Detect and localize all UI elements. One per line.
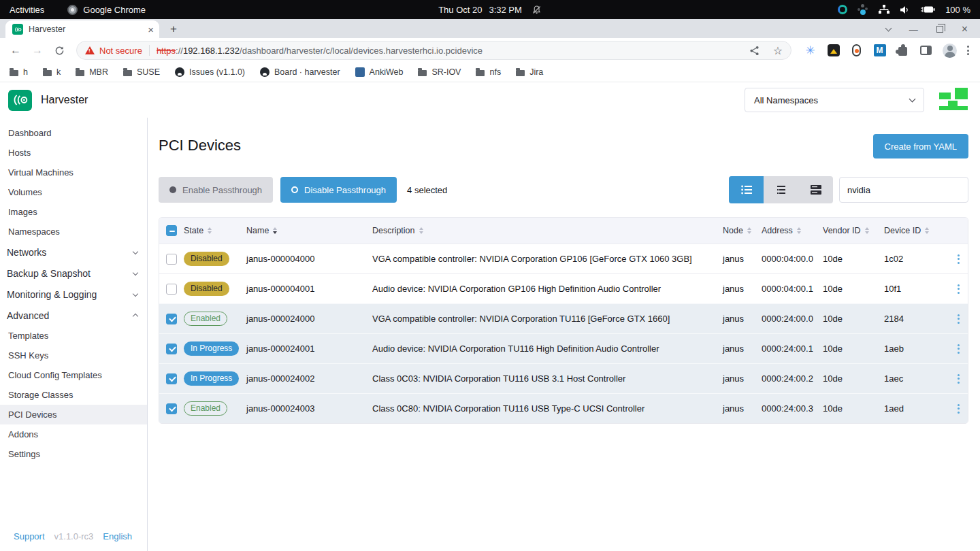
share-icon[interactable] (749, 46, 760, 56)
sidebar-item[interactable]: Backup & Snapshot (0, 263, 147, 284)
disable-passthrough-button[interactable]: Disable Passthrough (280, 177, 397, 203)
extension-m-icon[interactable]: M (873, 44, 886, 57)
rancher-logo[interactable] (939, 88, 968, 113)
sidebar-item-label: Images (8, 207, 37, 217)
bookmark-item[interactable]: SR-IOV (418, 67, 461, 77)
sidebar-item[interactable]: Virtual Machines (0, 163, 147, 182)
sidebar-item[interactable]: Hosts (0, 143, 147, 163)
sidebar-item[interactable]: Storage Classes (0, 385, 147, 405)
view-toggle-list[interactable] (729, 176, 764, 203)
bookmark-star-icon[interactable]: ☆ (773, 44, 783, 57)
table-row[interactable]: Disabled janus-000004001 Audio device: N… (159, 273, 968, 303)
table-row[interactable]: In Progress janus-000024001 Audio device… (159, 333, 968, 363)
column-header-address[interactable]: Address (762, 226, 823, 235)
address-bar[interactable]: Not secure https://192.168.1.232/dashboa… (76, 41, 791, 60)
sidebar-item-label: Monitoring & Logging (7, 289, 97, 300)
sidebar-item[interactable]: Networks (0, 241, 147, 263)
sidebar-item[interactable]: SSH Keys (0, 346, 147, 365)
column-header-description[interactable]: Description (372, 226, 723, 235)
language-link[interactable]: English (103, 531, 132, 541)
sidebar-item[interactable]: Templates (0, 326, 147, 346)
extensions-puzzle-icon[interactable] (896, 44, 909, 57)
enable-passthrough-button[interactable]: Enable Passthrough (159, 177, 273, 203)
page-title: PCI Devices (159, 134, 241, 154)
row-checkbox[interactable] (166, 373, 177, 384)
row-checkbox[interactable] (166, 284, 177, 295)
bookmark-item[interactable]: k (43, 67, 61, 77)
extension-oval-icon[interactable] (850, 44, 863, 57)
sidebar-item[interactable]: Settings (0, 444, 147, 464)
harvester-logo[interactable] (8, 90, 32, 111)
sidebar-item[interactable]: Namespaces (0, 222, 147, 241)
sidebar-item[interactable]: Dashboard (0, 123, 147, 143)
table-row[interactable]: Disabled janus-000004000 VGA compatible … (159, 244, 968, 273)
sidebar-item[interactable]: PCI Devices (0, 405, 147, 424)
view-toggle-cards[interactable] (798, 176, 833, 203)
sidebar-item[interactable]: Cloud Config Templates (0, 365, 147, 385)
window-minimize-button[interactable]: — (909, 24, 918, 35)
bookmark-item[interactable]: nfs (476, 67, 501, 77)
url-text[interactable]: https://192.168.1.232/dashboard/harveste… (157, 46, 741, 56)
row-menu-kebab[interactable] (955, 371, 962, 386)
sidebar-item[interactable]: Advanced (0, 305, 147, 326)
namespace-select[interactable]: All Namespaces (745, 88, 924, 112)
support-link[interactable]: Support (14, 531, 45, 541)
bookmark-item[interactable]: Issues (v1.1.0) (175, 67, 245, 77)
focused-app-indicator[interactable]: Google Chrome (67, 5, 146, 15)
row-checkbox[interactable] (166, 314, 177, 324)
browser-tab-harvester[interactable]: Harvester × (5, 20, 159, 38)
back-button[interactable]: ← (7, 41, 24, 59)
window-restore-button[interactable] (936, 26, 943, 33)
sidebar-item[interactable]: Monitoring & Logging (0, 284, 147, 305)
extension-asterisk-icon[interactable]: ✳ (804, 44, 817, 57)
sidebar-item[interactable]: Addons (0, 424, 147, 444)
clock-menu[interactable]: Thu Oct 20 3:32 PM (438, 5, 542, 15)
forward-button[interactable]: → (29, 41, 46, 59)
window-close-button[interactable]: × (962, 23, 968, 35)
row-menu-kebab[interactable] (955, 341, 962, 356)
new-tab-button[interactable]: + (165, 20, 182, 38)
bookmark-item[interactable]: AnkiWeb (355, 67, 404, 77)
reload-button[interactable] (50, 41, 68, 59)
side-panel-icon[interactable] (919, 44, 932, 57)
bookmark-label: SUSE (137, 67, 160, 77)
table-header-row: State Name Description Node Address Vend… (159, 218, 968, 244)
extension-dark-square-icon[interactable] (827, 44, 840, 57)
column-header-state[interactable]: State (184, 226, 246, 235)
row-menu-kebab[interactable] (955, 401, 962, 416)
search-input[interactable] (839, 177, 968, 203)
table-row[interactable]: Enabled janus-000024000 VGA compatible c… (159, 303, 968, 333)
bookmark-item[interactable]: Jira (516, 67, 543, 77)
view-toggle-tree[interactable] (764, 176, 798, 203)
bookmark-item[interactable]: MBR (76, 67, 108, 77)
tab-search-chevron-icon[interactable] (885, 25, 892, 32)
tab-close-button[interactable]: × (148, 24, 154, 35)
row-menu-kebab[interactable] (955, 282, 962, 297)
bookmark-item[interactable]: SUSE (123, 67, 160, 77)
profile-avatar[interactable] (943, 44, 957, 58)
row-menu-kebab[interactable] (955, 312, 962, 327)
row-menu-kebab[interactable] (955, 252, 962, 267)
select-all-checkbox[interactable] (166, 225, 177, 236)
app-header: Harvester All Namespaces (0, 82, 980, 118)
column-header-name[interactable]: Name (246, 226, 372, 235)
table-row[interactable]: In Progress janus-000024002 Class 0C03: … (159, 363, 968, 393)
column-header-node[interactable]: Node (723, 226, 762, 235)
system-tray[interactable]: 100 % (838, 4, 970, 15)
address-cell: 0000:24:00.3 (762, 403, 823, 414)
bookmark-item[interactable]: Board · harvester (260, 67, 340, 77)
devices-table: State Name Description Node Address Vend… (159, 217, 968, 424)
version-label: v1.1.0-rc3 (54, 531, 94, 541)
browser-menu-button[interactable] (967, 46, 969, 55)
column-header-vendor-id[interactable]: Vendor ID (823, 226, 884, 235)
column-header-device-id[interactable]: Device ID (884, 226, 949, 235)
bookmark-item[interactable]: h (10, 67, 28, 77)
create-from-yaml-button[interactable]: Create from YAML (873, 134, 968, 158)
row-checkbox[interactable] (166, 254, 177, 265)
sidebar-item[interactable]: Volumes (0, 182, 147, 202)
sidebar-item[interactable]: Images (0, 202, 147, 222)
row-checkbox[interactable] (166, 344, 177, 354)
row-checkbox[interactable] (166, 403, 177, 414)
activities-button[interactable]: Activities (10, 5, 44, 15)
table-row[interactable]: Enabled janus-000024003 Class 0C80: NVID… (159, 393, 968, 423)
